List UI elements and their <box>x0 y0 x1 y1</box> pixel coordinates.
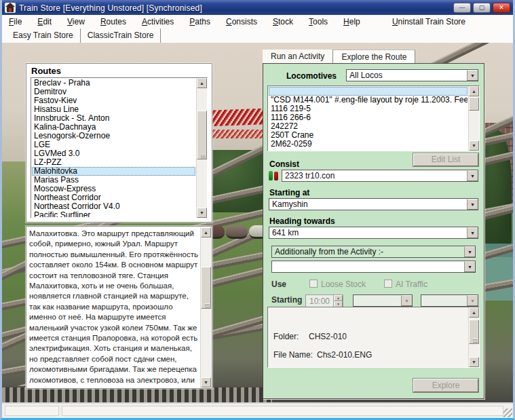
consist-combobox[interactable]: 2323 tr10.con ▼ <box>282 170 478 182</box>
activity-tab-strip: Run an ActivityExplore the Route <box>263 50 415 63</box>
additionally-combobox[interactable]: Additionally from the Activity :- ▼ <box>271 246 476 258</box>
route-description-panel: Малахитовка. Это маршрут представляющий … <box>26 226 212 389</box>
activity-tab[interactable]: Explore the Route <box>333 50 415 63</box>
starting-label: Starting <box>271 295 302 305</box>
app-house-icon <box>5 3 16 13</box>
scroll-up-icon[interactable]: ▲ <box>469 307 479 318</box>
store-tab[interactable]: Easy Train Store <box>6 28 81 43</box>
route-item[interactable]: Lesnogorsk-Ozernoe <box>32 132 195 140</box>
file-name-value: Chs2-010.ENG <box>317 350 372 360</box>
route-info-box: Folder: CHS2-010 File Name: Chs2-010.ENG… <box>267 307 480 368</box>
locomotive-listbox: "CSD M144.001" #.eng-file layout by roje… <box>267 85 480 151</box>
scroll-down-icon[interactable]: ▼ <box>469 140 479 151</box>
resize-grip[interactable] <box>503 408 512 417</box>
starting-at-label: Starting at <box>269 188 309 197</box>
minimize-button[interactable]: — <box>453 3 471 13</box>
description-scrollbar[interactable]: ▲ ▼ <box>200 227 211 387</box>
consist-label: Consist <box>269 159 299 169</box>
loose-stock-label: Loose Stock <box>321 280 366 289</box>
routes-label: Routes <box>26 64 212 77</box>
ai-traffic-label: AI Traffic <box>396 280 427 289</box>
starting-option-combobox[interactable]: ▼ <box>353 294 413 307</box>
menu-item[interactable]: Routes <box>100 17 126 26</box>
menu-item[interactable]: View <box>67 17 85 26</box>
scroll-up-icon[interactable]: ▲ <box>201 227 211 237</box>
combo-arrow-icon[interactable]: ▼ <box>467 170 478 181</box>
folder-label: Folder: <box>273 332 299 341</box>
menu-item[interactable]: Edit <box>37 17 52 26</box>
scroll-down-icon[interactable]: ▼ <box>469 357 479 367</box>
combo-arrow-icon[interactable]: ▼ <box>464 261 475 272</box>
locomotive-item[interactable]: 2M62-0259 <box>269 140 468 149</box>
maximize-button[interactable]: ▢ <box>473 3 491 13</box>
background-tank-train <box>203 217 271 239</box>
activity-extra-combobox[interactable]: ▼ <box>271 261 476 273</box>
scrollbar-thumb[interactable] <box>201 267 211 309</box>
use-label: Use <box>271 280 286 289</box>
folder-value: CHS2-010 <box>309 332 347 341</box>
routes-panel: Routes Breclav - PrahaDemitrovFastov-Kie… <box>26 63 212 223</box>
starting-at-combobox[interactable]: Kamyshin ▼ <box>269 198 478 210</box>
menu-item[interactable]: Tools <box>309 17 328 26</box>
combo-arrow-icon[interactable]: ▼ <box>467 70 478 81</box>
heading-towards-label: Heading towards <box>269 216 335 226</box>
status-bar <box>2 402 513 418</box>
combo-arrow-icon[interactable]: ▼ <box>467 227 478 238</box>
locomotive-scrollbar[interactable]: ▲ ▼ <box>468 86 479 151</box>
combo-arrow-icon[interactable]: ▼ <box>467 199 478 210</box>
background-red-script-decoration <box>203 130 271 138</box>
locomotive-item[interactable]: 1116 266-6 <box>269 113 468 122</box>
store-tab[interactable]: ClassicTrain Store <box>81 28 161 43</box>
route-description-text: Малахитовка. Это маршрут представляющий … <box>29 229 198 387</box>
ai-traffic-checkbox[interactable] <box>384 280 392 288</box>
locomotives-label: Locomotives <box>286 71 337 81</box>
close-button[interactable]: ✕ <box>493 3 510 13</box>
app-window: Train Store [Everything Unstored] [Synch… <box>0 0 515 420</box>
info-scrollbar[interactable]: ▲ ▼ <box>468 307 479 367</box>
combo-arrow-icon[interactable]: ▼ <box>464 246 475 257</box>
title-bar: Train Store [Everything Unstored] [Synch… <box>2 0 513 15</box>
menu-item[interactable]: Consists <box>226 17 257 26</box>
consist-signals-icon <box>268 170 280 181</box>
spin-up-icon[interactable]: ▲ <box>334 295 343 301</box>
scroll-down-icon[interactable]: ▼ <box>197 208 207 218</box>
starting-option2-combobox[interactable]: ▼ <box>421 294 478 307</box>
scrollbar-thumb[interactable] <box>469 320 479 344</box>
status-panel-left <box>5 406 59 416</box>
explore-panel: Locomotives All Locos ▼ "CSD M144.001" #… <box>263 63 484 399</box>
menu-item[interactable]: Paths <box>189 17 210 26</box>
heading-towards-combobox[interactable]: 641 km ▼ <box>269 227 478 239</box>
menu-item[interactable]: Help <box>343 17 360 26</box>
edit-list-button[interactable]: Edit List <box>413 153 478 166</box>
loose-stock-checkbox[interactable] <box>309 280 318 288</box>
routes-listbox: Breclav - PrahaDemitrovFastov-KievHisats… <box>31 77 208 218</box>
menu-bar: FileEditViewRoutesActivitiesPathsConsist… <box>2 15 513 28</box>
scrollbar-thumb[interactable] <box>469 97 479 111</box>
combo-arrow-icon[interactable]: ▼ <box>401 295 412 306</box>
starting-time-spinner[interactable]: 10:00 ▲ ▼ <box>305 294 343 307</box>
client-area: Routes Breclav - PrahaDemitrovFastov-Kie… <box>2 43 513 402</box>
explore-button[interactable]: Explore <box>413 379 478 392</box>
menu-item[interactable]: Stock <box>273 17 293 26</box>
menu-item[interactable]: File <box>9 17 22 26</box>
scrollbar-thumb[interactable] <box>197 111 207 159</box>
menu-item[interactable]: Activities <box>142 17 174 26</box>
activity-tab[interactable]: Run an Activity <box>263 50 333 63</box>
menu-item-uninstall[interactable]: Uninstall Train Store <box>392 17 465 26</box>
scroll-down-icon[interactable]: ▼ <box>201 377 211 387</box>
combo-arrow-icon[interactable]: ▼ <box>467 295 478 306</box>
window-title: Train Store [Everything Unstored] [Synch… <box>19 3 450 13</box>
status-panel-main <box>62 406 503 416</box>
route-item[interactable]: Pacific Surfliner <box>32 211 195 217</box>
scroll-up-icon[interactable]: ▲ <box>197 78 207 88</box>
store-tab-strip: Easy Train StoreClassicTrain Store <box>2 28 513 43</box>
file-name-label: File Name: <box>273 350 313 360</box>
locomotives-filter-combobox[interactable]: All Locos ▼ <box>346 69 478 81</box>
routes-scrollbar[interactable]: ▲ ▼ <box>196 78 207 218</box>
scroll-up-icon[interactable]: ▲ <box>469 86 479 96</box>
